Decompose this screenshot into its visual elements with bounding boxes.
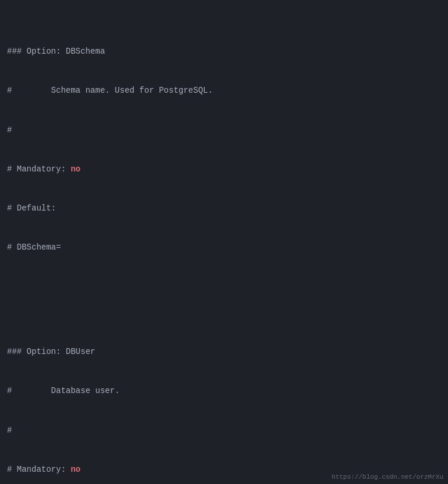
line-6: # DBSchema=: [7, 241, 441, 254]
line-7: [7, 280, 441, 293]
line-4: # Mandatory: no: [7, 163, 441, 176]
mandatory-value-1: no: [71, 164, 80, 174]
line-9: # Database user.: [7, 384, 441, 397]
line-10: #: [7, 424, 441, 437]
line-5: # Default:: [7, 202, 441, 215]
line-3: #: [7, 124, 441, 136]
watermark: https://blog.csdn.net/orzMrXu: [332, 474, 443, 481]
line-1: ### Option: DBSchema: [7, 45, 441, 58]
code-editor: ### Option: DBSchema # Schema name. Used…: [0, 0, 448, 484]
line-8: ### Option: DBUser: [7, 345, 441, 358]
line-2: # Schema name. Used for PostgreSQL.: [7, 84, 441, 97]
mandatory-value-2: no: [71, 465, 80, 474]
